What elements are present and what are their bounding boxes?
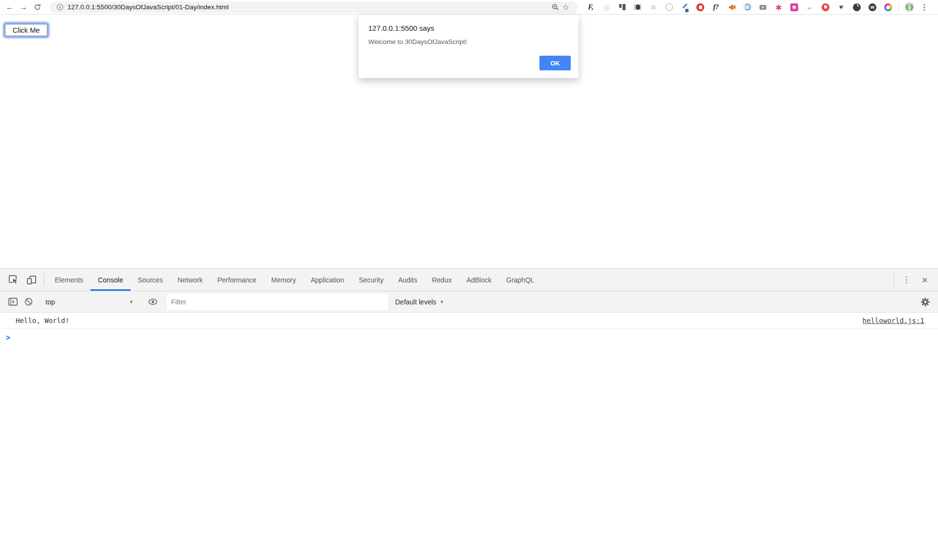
omnibox[interactable]: i 127.0.0.1:5500/30DaysOfJavaScript/01-D…	[50, 1, 578, 13]
bookmark-star-icon[interactable]: ☆	[560, 2, 571, 12]
chevron-down-icon: ▼	[440, 300, 444, 304]
zoom-magnifier-icon[interactable]	[550, 3, 560, 11]
alert-message: Welcome to 30DaysOfJavaScript!	[368, 38, 569, 45]
console-prompt-chevron-icon: >	[6, 333, 10, 342]
tab-console[interactable]: Console	[90, 269, 130, 291]
gauge-icon[interactable]	[849, 0, 865, 14]
tab-memory[interactable]: Memory	[264, 269, 304, 291]
console-message-text: Hello, World!	[16, 317, 69, 324]
tab-sources[interactable]: Sources	[131, 269, 170, 291]
heart-search-icon[interactable]: ♥	[833, 0, 849, 14]
alert-dialog: 127.0.0.1:5500 says Welcome to 30DaysOfJ…	[358, 15, 579, 78]
camera-icon[interactable]	[755, 0, 771, 14]
console-prompt-row[interactable]: >	[0, 329, 938, 342]
json-formatter-icon[interactable]: { }	[901, 0, 917, 14]
gear-square-icon[interactable]: ∗	[786, 0, 802, 14]
tab-application[interactable]: Application	[303, 269, 352, 291]
rainbow-icon[interactable]	[880, 0, 896, 14]
extensions-separator	[898, 3, 899, 12]
alert-ok-button[interactable]: OK	[539, 56, 571, 70]
console-message-row: Hello, World!helloworld.js:1	[0, 313, 938, 329]
bookmark-icon[interactable]	[818, 0, 833, 14]
clear-console-icon[interactable]	[21, 294, 36, 310]
tab-adblock[interactable]: AdBlock	[459, 269, 499, 291]
context-selector[interactable]: top ▼	[43, 294, 138, 310]
alert-title: 127.0.0.1:5500 says	[368, 24, 569, 32]
tab-redux[interactable]: Redux	[424, 269, 459, 291]
columns-icon[interactable]	[614, 0, 630, 14]
wave-icon[interactable]: w	[865, 0, 880, 14]
flower-faded-icon[interactable]: ∗	[646, 0, 661, 14]
tabbar-right-separator	[893, 274, 894, 286]
reload-icon[interactable]	[30, 0, 44, 14]
device-toolbar-icon[interactable]	[22, 269, 41, 291]
socket-icon[interactable]: ··	[661, 0, 677, 14]
pipe-icon[interactable]: ⌐	[802, 0, 818, 14]
devtools-panel: ElementsConsoleSourcesNetworkPerformance…	[0, 268, 938, 560]
click-me-button[interactable]: Click Me	[5, 24, 47, 36]
tab-network[interactable]: Network	[170, 269, 210, 291]
browser-menu-icon[interactable]: ⋮	[918, 2, 931, 12]
url-text[interactable]: 127.0.0.1:5500/30DaysOfJavaScript/01-Day…	[67, 3, 228, 11]
tabbar-spacer	[542, 269, 891, 291]
tab-audits[interactable]: Audits	[391, 269, 424, 291]
tab-elements[interactable]: Elements	[47, 269, 90, 291]
tab-performance[interactable]: Performance	[210, 269, 264, 291]
page-info-icon[interactable]: i	[57, 4, 63, 10]
flower-pink-icon[interactable]: ∗	[771, 0, 786, 14]
context-label: top	[45, 298, 55, 306]
console-toolbar: top ▼ Default levels ▼	[0, 291, 938, 313]
tab-security[interactable]: Security	[352, 269, 391, 291]
swirl-icon[interactable]	[739, 0, 755, 14]
megaphone-icon[interactable]	[724, 0, 739, 14]
live-expression-eye-icon[interactable]	[145, 294, 160, 310]
forward-icon[interactable]: →	[17, 0, 30, 14]
fonts-ninja-icon[interactable]: F,	[583, 0, 599, 14]
tab-graphql[interactable]: GraphQL	[499, 269, 542, 291]
font-question-icon[interactable]: f?	[708, 0, 724, 14]
back-icon[interactable]: ←	[3, 0, 17, 14]
browser-window: ← → i 127.0.0.1:5500/30DaysOfJavaScript/…	[0, 0, 938, 560]
log-levels-dropdown[interactable]: Default levels ▼	[395, 298, 444, 306]
chevron-down-icon: ▼	[129, 300, 134, 304]
inspect-element-icon[interactable]	[4, 269, 22, 291]
console-sidebar-toggle-icon[interactable]	[5, 294, 21, 310]
devtools-menu-icon[interactable]: ⋮	[897, 275, 916, 285]
console-settings-gear-icon[interactable]	[917, 294, 933, 310]
extensions-bar: F,◎∗··f?∗∗⌐♥w{ }	[583, 0, 917, 15]
console-message-list: Hello, World!helloworld.js:1	[0, 313, 938, 329]
devtools-tabbar: ElementsConsoleSourcesNetworkPerformance…	[0, 269, 938, 291]
lens-icon[interactable]: ◎	[599, 0, 614, 14]
log-levels-label: Default levels	[395, 298, 436, 306]
devtools-close-icon[interactable]: ×	[916, 274, 934, 286]
bug-icon[interactable]	[630, 0, 646, 14]
console-filter-input[interactable]	[167, 294, 388, 310]
eyedropper-icon[interactable]	[677, 0, 692, 14]
console-source-link[interactable]: helloworld.js:1	[863, 317, 924, 324]
tabbar-separator	[44, 274, 45, 286]
stop-hand-icon[interactable]	[692, 0, 708, 14]
tabbar-controls: ⋮ ×	[897, 269, 938, 291]
browser-toolbar: ← → i 127.0.0.1:5500/30DaysOfJavaScript/…	[0, 0, 938, 15]
devtools-tabs: ElementsConsoleSourcesNetworkPerformance…	[47, 269, 542, 291]
